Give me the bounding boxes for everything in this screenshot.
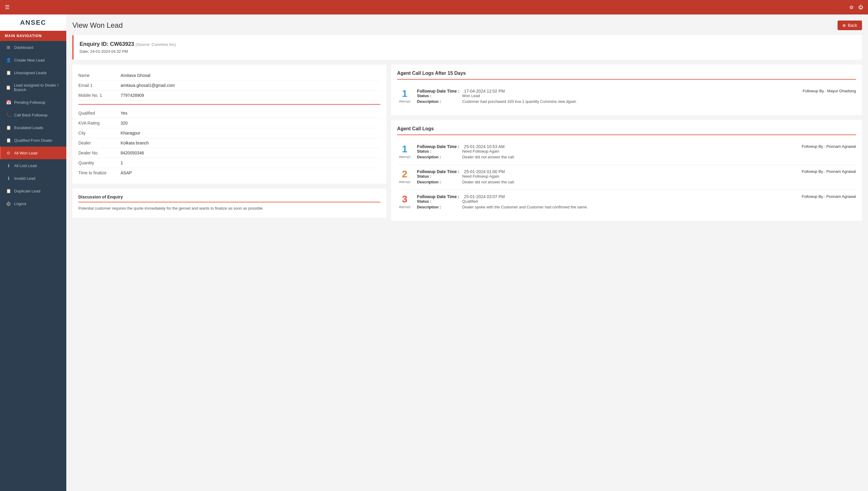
sidebar-item-label: All Lost Lead — [14, 164, 37, 168]
followup-datetime-value: 17-04-2024 12:02 PM — [464, 89, 505, 93]
followup-by: Followup By : Mayur Ghadsing — [797, 89, 856, 93]
back-button[interactable]: ⊕ Back — [838, 21, 862, 30]
attempt-label: Attempt — [399, 99, 410, 103]
sidebar-item-lead-assigned-dealer[interactable]: 📋 Lead assigned to Dealer / Branch — [0, 79, 66, 96]
content-grid: Name Amitava Ghosal Email 1 amitava.ghos… — [72, 64, 862, 221]
settings-icon[interactable]: ⚙ — [849, 4, 854, 10]
attempt-number-1: 1 Attempt — [397, 144, 412, 158]
status-value-1: Need Followup Again — [462, 149, 856, 153]
log-details-3: Followup Date Time : 25-01-2024 03:07 PM… — [417, 194, 856, 210]
description-value-2: Dealer did not answer the call. — [462, 180, 856, 184]
dashboard-icon: ⊞ — [6, 45, 11, 50]
discussion-title: Discussion of Enquiry — [79, 195, 380, 202]
hamburger-icon[interactable]: ☰ — [5, 4, 10, 10]
list-icon: 📋 — [6, 189, 11, 193]
followup-datetime-label-2: Followup Date Time : — [417, 169, 462, 174]
description-label-2: Description : — [417, 180, 462, 184]
dealer-no-value: 8420050346 — [121, 150, 144, 155]
power-icon[interactable]: ⏻ — [858, 4, 863, 10]
list-icon: 📋 — [6, 85, 11, 90]
log-desc-row: Description : Customer had purchased 320… — [417, 99, 856, 104]
page-title: View Won Lead — [72, 21, 123, 30]
log-status-row: Status : Won Lead — [417, 93, 856, 98]
log-status-row-3: Status : Qualified — [417, 199, 856, 204]
time-finalize-value: ASAP — [121, 170, 132, 175]
sidebar-item-pending-followup[interactable]: 📅 Pending Followup — [0, 96, 66, 109]
info-icon: ℹ — [6, 176, 11, 181]
sidebar-item-qualified-from-dealer[interactable]: 📋 Qualified From Dealer — [0, 134, 66, 147]
app-body: ANSEC MAIN NAVIGATION ⊞ Dashboard 👤 Crea… — [0, 15, 868, 491]
log-header-row-1: Followup Date Time : 25-01-2024 10:53 AM… — [417, 144, 856, 149]
sidebar-item-all-won-lead[interactable]: ⊙ All Won Lead — [0, 147, 66, 159]
city-row: City Kharagpur — [79, 128, 380, 138]
top-navbar: ☰ ⚙ ⏻ — [0, 0, 868, 15]
sidebar: ANSEC MAIN NAVIGATION ⊞ Dashboard 👤 Crea… — [0, 15, 66, 491]
calendar-icon: 📅 — [6, 100, 11, 105]
dealer-value: Kolkata branch — [121, 141, 149, 145]
list-icon: 📋 — [6, 70, 11, 75]
sidebar-item-dashboard[interactable]: ⊞ Dashboard — [0, 41, 66, 54]
call-logs-15days-card: Agent Call Logs After 15 Days 1 Attempt … — [391, 64, 862, 115]
log-entry-3: 3 Attempt Followup Date Time : 25-01-202… — [397, 190, 856, 215]
enquiry-source: (Source: Cummins Inc) — [135, 42, 176, 47]
dealer-no-row: Dealer No. 8420050346 — [79, 148, 380, 158]
list-icon: 📋 — [6, 138, 11, 143]
followup-by-1: Followup By : Poonam Agrawal — [796, 144, 856, 149]
mobile-label: Mobile No. 1 — [79, 93, 121, 98]
attempt-number-15days-1: 1 Attempt — [397, 89, 412, 103]
sidebar-item-create-new-lead[interactable]: 👤 Create New Lead — [0, 54, 66, 66]
enquiry-date: Date: 24-01-2024 04:32 PM — [80, 49, 856, 54]
description-label-1: Description : — [417, 155, 462, 159]
enquiry-date-label: Date: — [80, 49, 89, 54]
discussion-text: Potential customer requires the quote im… — [79, 205, 380, 212]
log-datetime-group-1: Followup Date Time : 25-01-2024 10:53 AM — [417, 144, 505, 149]
log-datetime-group-3: Followup Date Time : 25-01-2024 03:07 PM — [417, 194, 505, 199]
main-content: View Won Lead ⊕ Back Enquiry ID: CW63923… — [66, 15, 868, 491]
sidebar-logo: ANSEC — [0, 15, 66, 31]
city-value: Kharagpur — [121, 131, 140, 136]
quantity-label: Quantity — [79, 161, 121, 165]
sidebar-item-unassigned-leads[interactable]: 📋 Unassigned Leads — [0, 66, 66, 79]
sidebar-item-call-back-followup[interactable]: 📞 Call Back Followup — [0, 109, 66, 121]
followup-datetime-label: Followup Date Time : — [417, 89, 462, 93]
call-logs-title: Agent Call Logs — [397, 126, 856, 135]
qualified-value: Yes — [121, 111, 127, 116]
kva-row: KVA Rating 320 — [79, 118, 380, 128]
enquiry-id-value: CW63923 — [110, 41, 134, 47]
sidebar-item-invalid-lead[interactable]: ℹ Invalid Lead — [0, 172, 66, 184]
back-label: Back — [848, 23, 857, 28]
user-icon: 👤 — [6, 58, 11, 62]
sidebar-item-logout[interactable]: ⏻ Logout — [0, 197, 66, 210]
sidebar-item-label: All Won Lead — [14, 151, 37, 155]
log-details-2: Followup Date Time : 25-01-2024 01:00 PM… — [417, 169, 856, 185]
personal-info-card: Name Amitava Ghosal Email 1 amitava.ghos… — [72, 64, 386, 184]
sidebar-nav-header: MAIN NAVIGATION — [0, 31, 66, 41]
name-label: Name — [79, 73, 121, 78]
followup-datetime-label-3: Followup Date Time : — [417, 194, 462, 199]
status-label: Status : — [417, 93, 462, 98]
followup-by-label-3: Followup By : — [802, 194, 825, 199]
log-header-row-2: Followup Date Time : 25-01-2024 01:00 PM… — [417, 169, 856, 174]
enquiry-id-row: Enquiry ID: CW63923 (Source: Cummins Inc… — [80, 41, 856, 47]
sidebar-item-escalated-leads[interactable]: 📋 Escalated Leads — [0, 121, 66, 134]
log-entry-1: 1 Attempt Followup Date Time : 25-01-202… — [397, 140, 856, 165]
attempt-label: Attempt — [399, 180, 410, 184]
info-icon: ℹ — [6, 163, 11, 168]
sidebar-item-label: Lead assigned to Dealer / Branch — [14, 83, 61, 92]
attempt-number-3: 3 Attempt — [397, 194, 412, 209]
sidebar-item-duplicate-lead[interactable]: 📋 Duplicate Lead — [0, 184, 66, 197]
followup-datetime-label-1: Followup Date Time : — [417, 144, 462, 149]
discussion-card: Discussion of Enquiry Potential customer… — [72, 189, 386, 218]
sidebar-item-all-lost-lead[interactable]: ℹ All Lost Lead — [0, 159, 66, 172]
dealer-no-label: Dealer No. — [79, 150, 121, 155]
status-value-2: Need Followup Again — [462, 174, 856, 178]
log-desc-row-1: Description : Dealer did not answer the … — [417, 155, 856, 159]
phone-icon: 📞 — [6, 113, 11, 117]
attempt-num: 2 — [402, 169, 407, 179]
qualified-row: Qualified Yes — [79, 108, 380, 118]
page-header: View Won Lead ⊕ Back — [72, 21, 862, 30]
name-value: Amitava Ghosal — [121, 73, 150, 78]
followup-by-label-2: Followup By : — [802, 169, 825, 174]
followup-by-value-1: Poonam Agrawal — [827, 144, 856, 149]
log-status-row-1: Status : Need Followup Again — [417, 149, 856, 153]
